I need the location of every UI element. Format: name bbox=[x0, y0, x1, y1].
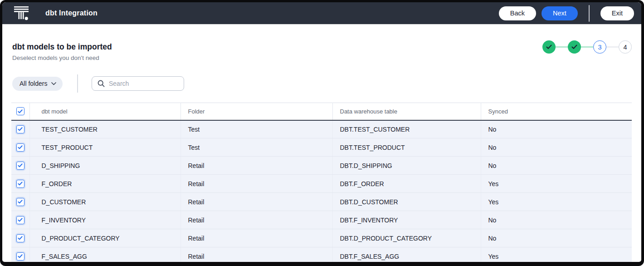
row-checkbox[interactable] bbox=[16, 180, 24, 188]
row-model: F_SALES_AGG bbox=[29, 247, 181, 262]
row-checkbox[interactable] bbox=[16, 216, 24, 224]
filters-divider bbox=[77, 74, 78, 93]
check-icon bbox=[546, 44, 552, 49]
column-header-synced[interactable]: Synced bbox=[481, 103, 632, 120]
row-synced: No bbox=[481, 157, 632, 175]
row-folder: Retail bbox=[181, 247, 332, 262]
row-model: TEST_PRODUCT bbox=[29, 138, 181, 157]
row-warehouse-table: DBT.TEST_PRODUCT bbox=[332, 138, 481, 157]
row-folder: Retail bbox=[181, 157, 332, 175]
folder-filter-label: All folders bbox=[20, 80, 47, 87]
row-folder: Retail bbox=[181, 193, 332, 211]
row-folder: Retail bbox=[181, 211, 332, 229]
row-checkbox[interactable] bbox=[16, 252, 24, 261]
search-box bbox=[92, 76, 184, 91]
check-icon bbox=[18, 236, 23, 240]
row-synced: No bbox=[481, 211, 632, 229]
stepper-step-1-complete[interactable] bbox=[542, 40, 556, 54]
check-icon bbox=[18, 127, 23, 131]
exit-button[interactable]: Exit bbox=[600, 6, 634, 20]
row-synced: Yes bbox=[481, 193, 632, 211]
row-checkbox[interactable] bbox=[16, 143, 24, 152]
column-header-folder[interactable]: Folder bbox=[181, 103, 332, 120]
content-area: dbt models to be imported Deselect model… bbox=[2, 24, 641, 262]
stepper-connector bbox=[581, 47, 593, 48]
check-icon bbox=[18, 200, 23, 204]
table-row[interactable]: TEST_CUSTOMER Test DBT.TEST_CUSTOMER No bbox=[11, 120, 632, 138]
row-synced: No bbox=[481, 120, 632, 138]
check-icon bbox=[18, 254, 23, 258]
row-model: F_INVENTORY bbox=[29, 211, 181, 229]
models-table: dbt model Folder Data warehouse table Sy… bbox=[11, 103, 632, 262]
row-warehouse-table: DBT.D_PRODUCT_CATEGORY bbox=[332, 229, 481, 247]
row-synced: No bbox=[481, 138, 632, 157]
row-warehouse-table: DBT.F_INVENTORY bbox=[332, 211, 481, 229]
topbar-actions: Back Next Exit bbox=[499, 5, 634, 22]
row-model: F_ORDER bbox=[29, 175, 181, 193]
row-synced: Yes bbox=[481, 175, 632, 193]
page-subtitle: Deselect models you don't need bbox=[12, 54, 641, 62]
window-frame: dbt Integration Back Next Exit dbt model… bbox=[0, 0, 644, 266]
table-row[interactable]: D_CUSTOMER Retail DBT.D_CUSTOMER Yes bbox=[11, 193, 632, 211]
check-icon bbox=[18, 145, 23, 149]
row-model: D_CUSTOMER bbox=[29, 193, 181, 211]
dbt-integration-window: dbt Integration Back Next Exit dbt model… bbox=[2, 2, 641, 262]
stepper: 3 4 bbox=[542, 40, 632, 54]
row-warehouse-table: DBT.F_ORDER bbox=[332, 175, 481, 193]
table-header-row: dbt model Folder Data warehouse table Sy… bbox=[11, 103, 632, 120]
row-checkbox[interactable] bbox=[16, 234, 24, 242]
row-model: TEST_CUSTOMER bbox=[29, 120, 181, 138]
next-button[interactable]: Next bbox=[542, 6, 578, 20]
filters-bar: All folders bbox=[12, 74, 641, 93]
row-folder: Retail bbox=[181, 229, 332, 247]
topbar-divider bbox=[589, 5, 590, 22]
row-warehouse-table: DBT.D_SHIPPING bbox=[332, 157, 481, 175]
row-folder: Test bbox=[181, 138, 332, 157]
table-body: TEST_CUSTOMER Test DBT.TEST_CUSTOMER No … bbox=[11, 120, 632, 262]
row-synced: Yes bbox=[481, 247, 632, 262]
row-warehouse-table: DBT.D_CUSTOMER bbox=[332, 193, 481, 211]
check-icon bbox=[18, 109, 23, 113]
stepper-connector bbox=[606, 47, 619, 48]
stepper-step-3-current[interactable]: 3 bbox=[593, 40, 606, 54]
select-all-checkbox[interactable] bbox=[16, 107, 24, 115]
folder-filter-dropdown[interactable]: All folders bbox=[12, 77, 63, 91]
stepper-step-4-upcoming[interactable]: 4 bbox=[619, 40, 632, 54]
row-warehouse-table: DBT.F_SALES_AGG bbox=[332, 247, 481, 262]
row-synced: No bbox=[481, 229, 632, 247]
window-title: dbt Integration bbox=[45, 9, 98, 17]
row-warehouse-table: DBT.TEST_CUSTOMER bbox=[332, 120, 481, 138]
table-row[interactable]: TEST_PRODUCT Test DBT.TEST_PRODUCT No bbox=[11, 138, 632, 157]
search-input[interactable] bbox=[109, 80, 179, 87]
check-icon bbox=[18, 182, 23, 186]
search-icon bbox=[98, 80, 105, 87]
check-icon bbox=[18, 163, 23, 167]
row-model: D_SHIPPING bbox=[29, 157, 181, 175]
chevron-down-icon bbox=[51, 82, 56, 85]
stepper-connector bbox=[556, 47, 568, 48]
row-checkbox[interactable] bbox=[16, 162, 24, 170]
table-row[interactable]: F_ORDER Retail DBT.F_ORDER Yes bbox=[11, 175, 632, 193]
table-row[interactable]: F_SALES_AGG Retail DBT.F_SALES_AGG Yes bbox=[11, 247, 632, 262]
table-row[interactable]: D_PRODUCT_CATEGORY Retail DBT.D_PRODUCT_… bbox=[11, 229, 632, 247]
back-button[interactable]: Back bbox=[499, 6, 536, 20]
table-row[interactable]: F_INVENTORY Retail DBT.F_INVENTORY No bbox=[11, 211, 632, 229]
topbar: dbt Integration Back Next Exit bbox=[2, 2, 641, 24]
row-checkbox[interactable] bbox=[16, 125, 24, 133]
check-icon bbox=[18, 218, 23, 222]
column-header-warehouse-table[interactable]: Data warehouse table bbox=[332, 103, 481, 120]
table-row[interactable]: D_SHIPPING Retail DBT.D_SHIPPING No bbox=[11, 157, 632, 175]
stepper-step-2-complete[interactable] bbox=[568, 40, 581, 54]
column-header-dbt-model[interactable]: dbt model bbox=[29, 103, 181, 120]
thoughtspot-logo-icon bbox=[14, 5, 29, 22]
row-folder: Test bbox=[181, 120, 332, 138]
check-icon bbox=[571, 44, 577, 49]
row-model: D_PRODUCT_CATEGORY bbox=[29, 229, 181, 247]
row-folder: Retail bbox=[181, 175, 332, 193]
row-checkbox[interactable] bbox=[16, 198, 24, 206]
